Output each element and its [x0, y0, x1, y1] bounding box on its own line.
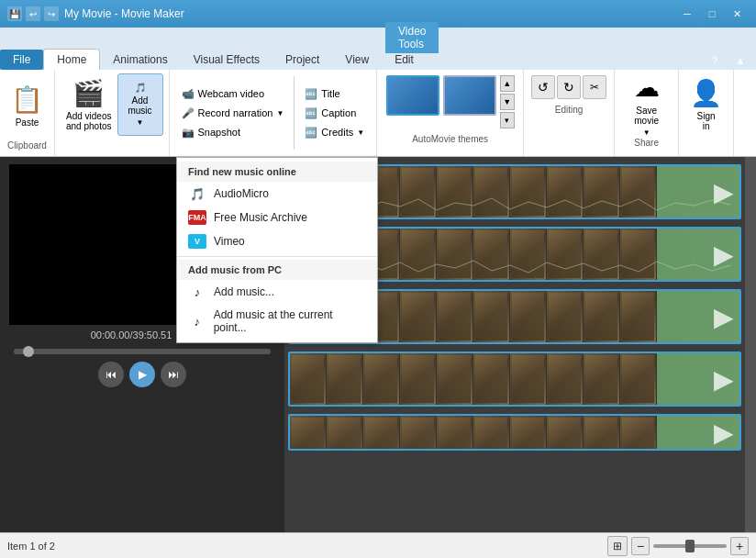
trim-button[interactable]: ✂: [583, 75, 606, 99]
film-frame: [327, 353, 363, 405]
help-button[interactable]: ?: [703, 51, 727, 70]
go-end-button[interactable]: ⏭: [161, 362, 186, 387]
save-group: ☁ Save movie ▼ Share: [615, 70, 679, 156]
paste-label: Paste: [16, 117, 39, 128]
zoom-out-button[interactable]: −: [631, 537, 650, 555]
theme-scroll-up[interactable]: ▲: [500, 75, 515, 92]
ribbon-tab-right: ? ▲: [703, 51, 756, 70]
add-videos-button[interactable]: 🎬 Add videos and photos: [61, 73, 117, 136]
zoom-slider[interactable]: [653, 544, 727, 548]
theme-expand[interactable]: ▾: [500, 112, 515, 128]
snapshot-button[interactable]: 📷 Snapshot: [177, 123, 289, 141]
go-start-button[interactable]: ⏮: [98, 362, 124, 387]
editing-group: ↺ ↻ ✂ Editing: [524, 70, 615, 156]
title-button[interactable]: 🔤 Title: [300, 84, 369, 103]
title-bar-quick-access: 💾 ↩ ↪: [7, 6, 59, 21]
storyboard-view-button[interactable]: ⊞: [607, 536, 628, 556]
undo-icon[interactable]: ↩: [26, 6, 40, 21]
theme-thumb-1[interactable]: [386, 75, 439, 116]
webcam-icon: 📹: [182, 88, 195, 100]
status-bar: Item 1 of 2 ⊞ − +: [0, 532, 756, 558]
add-music-button[interactable]: 🎵 Add music ▼: [117, 73, 163, 136]
save-movie-label: Save movie: [634, 106, 659, 126]
record-narration-button[interactable]: 🎤 Record narration ▼: [177, 104, 289, 122]
tab-file[interactable]: File: [0, 50, 43, 70]
narration-dropdown-icon: ▼: [276, 109, 284, 117]
maximize-button[interactable]: □: [700, 5, 724, 23]
add-music-current-item[interactable]: ♪ Add music at the current point...: [177, 304, 377, 339]
add-videos-label: Add videos and photos: [66, 111, 112, 131]
zoom-in-button[interactable]: +: [730, 537, 749, 555]
add-videos-icon: 🎬: [72, 78, 105, 108]
share-label: Share: [632, 136, 661, 150]
audiomicro-item[interactable]: 🎵 AudioMicro: [177, 182, 377, 206]
save-movie-icon: ☁: [634, 73, 660, 103]
tab-visual-effects[interactable]: Visual Effects: [181, 50, 272, 70]
signin-label: Sign in: [697, 111, 716, 131]
dropdown-section-1-label: Find new music online: [177, 162, 377, 182]
snapshot-label: Snapshot: [198, 127, 240, 138]
minimize-button[interactable]: ─: [675, 5, 699, 23]
minimize-ribbon-button[interactable]: ▲: [728, 51, 752, 70]
credits-button[interactable]: 🔤 Credits ▼: [300, 123, 369, 141]
free-music-icon: FMA: [188, 210, 206, 225]
save-quick-icon[interactable]: 💾: [7, 6, 22, 21]
film-strip-5: [290, 416, 657, 449]
film-frame: [547, 291, 584, 342]
redo-icon[interactable]: ↪: [44, 6, 59, 21]
film-frame: [327, 416, 363, 449]
webcam-video-button[interactable]: 📹 Webcam video: [177, 84, 289, 103]
film-frame: [547, 353, 584, 405]
app-title: My Movie - Movie Maker: [64, 7, 184, 20]
film-frame: [510, 353, 547, 405]
ribbon-tab-row: File Home Animations Visual Effects Proj…: [0, 48, 756, 70]
film-frame: [437, 353, 473, 405]
tab-animations[interactable]: Animations: [100, 50, 180, 70]
free-music-archive-item[interactable]: FMA Free Music Archive: [177, 206, 377, 229]
webcam-label: Webcam video: [198, 88, 265, 99]
close-button[interactable]: ✕: [725, 5, 749, 23]
caption-button[interactable]: 🔤 Caption: [300, 104, 369, 122]
film-frame: [510, 291, 547, 342]
title-bar: 💾 ↩ ↪ My Movie - Movie Maker ─ □ ✕: [0, 0, 756, 28]
tab-edit[interactable]: Edit: [382, 50, 427, 70]
clipboard-buttons: 📋 Paste: [6, 73, 49, 139]
timeline-track-5[interactable]: [288, 414, 741, 451]
paste-button[interactable]: 📋 Paste: [6, 75, 49, 138]
film-frame: [510, 416, 547, 449]
film-frame: [473, 416, 510, 449]
main-area: 00:00.00/39:50.51 ⤢ ⏮ ▶ ⏭: [0, 157, 756, 532]
tab-view[interactable]: View: [332, 50, 382, 70]
user-icon: 👤: [690, 78, 722, 108]
film-frame: [584, 353, 620, 405]
theme-thumb-2[interactable]: [443, 75, 496, 116]
film-frame: [363, 353, 400, 405]
scrubber-thumb: [23, 346, 34, 357]
audiomicro-label: AudioMicro: [214, 187, 269, 200]
theme-scroll-down[interactable]: ▼: [500, 94, 515, 110]
timeline-track-4[interactable]: [288, 352, 741, 407]
separator-1: [294, 76, 295, 150]
vimeo-item[interactable]: V Vimeo: [177, 229, 377, 253]
film-strip-4: [290, 353, 657, 405]
add-music-label: Add music: [128, 95, 151, 116]
preview-scrubber[interactable]: [14, 349, 271, 354]
film-frame: [620, 416, 657, 449]
play-button[interactable]: ▶: [129, 362, 155, 387]
add-music-item[interactable]: ♪ Add music...: [177, 280, 377, 304]
rotate-left-button[interactable]: ↺: [531, 75, 555, 99]
theme-scroll-buttons: ▲ ▼ ▾: [500, 75, 515, 128]
save-movie-button[interactable]: ☁ Save movie ▼: [626, 73, 668, 136]
add-music-group-label: [117, 149, 163, 152]
video-tools-tab[interactable]: Video Tools: [385, 22, 439, 53]
film-frame: [400, 291, 437, 342]
add-music-current-icon: ♪: [188, 314, 206, 329]
signin-button[interactable]: 👤 Sign in: [684, 73, 728, 136]
timeline-scrollbar[interactable]: [745, 157, 756, 532]
add-media-group: 🎬 Add videos and photos 🎵 Add music ▼: [55, 70, 170, 156]
rotate-right-button[interactable]: ↻: [557, 75, 581, 99]
audiomicro-icon: 🎵: [188, 186, 206, 201]
credits-icon: 🔤: [305, 127, 317, 139]
tab-project[interactable]: Project: [272, 50, 332, 70]
tab-home[interactable]: Home: [43, 49, 100, 70]
